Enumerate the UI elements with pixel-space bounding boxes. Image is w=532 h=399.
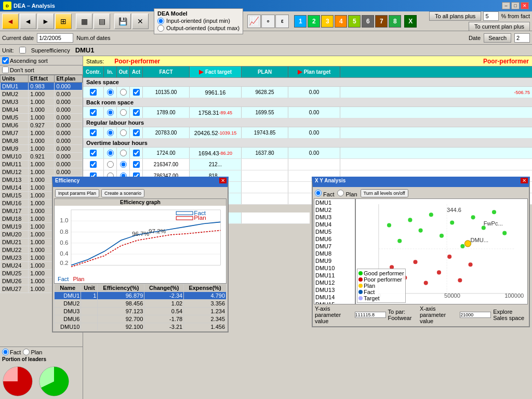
xy-dmu-row[interactable]: DMU5 — [314, 228, 355, 235]
back-act-check[interactable] — [130, 107, 143, 118]
reg-contr-check[interactable] — [83, 127, 104, 138]
xy-plan-radio[interactable] — [337, 190, 344, 196]
reg-out-radio[interactable] — [117, 127, 130, 138]
print-button[interactable]: ▦ — [76, 14, 92, 29]
dmu-table-row[interactable]: DMU60.9270.000 — [1, 122, 83, 129]
eff-row-3[interactable]: DMU692.700-1.782.345 — [55, 315, 227, 323]
num-btn-2[interactable]: 2 — [308, 15, 320, 28]
num-btn-6[interactable]: 6 — [362, 15, 374, 28]
plan-radio[interactable] — [23, 349, 30, 355]
xy-dmu-row[interactable]: DMU14 — [314, 294, 355, 301]
xy-dmu-row[interactable]: DMU2 — [314, 206, 355, 214]
current-date-input[interactable] — [37, 33, 73, 43]
xy-dmu-row[interactable]: DMU15 — [314, 301, 355, 304]
fact-radio-label[interactable]: Fact — [2, 349, 21, 355]
xy-plan-radio-label[interactable]: Plan — [337, 190, 357, 197]
window-controls[interactable]: – □ ✕ — [502, 2, 529, 9]
input-params-btn[interactable]: Input params Plan — [55, 189, 99, 197]
eff-row-4[interactable]: DMU1092.100-3.211.456 — [55, 323, 227, 331]
save-button[interactable]: 💾 — [114, 14, 131, 29]
ot-act-check[interactable] — [130, 148, 143, 158]
minimize-button[interactable]: – — [502, 2, 510, 9]
excel-icon[interactable]: X — [404, 15, 417, 28]
fact-radio[interactable] — [2, 349, 9, 355]
ot-contr-check[interactable] — [83, 148, 104, 158]
efficiency-window-close[interactable]: ✕ — [219, 178, 227, 183]
xy-dmu-row[interactable]: DMU6 — [314, 235, 355, 243]
num-btn-8[interactable]: 8 — [389, 15, 401, 28]
dmu-table-row[interactable]: DMU121.0000.000 — [1, 168, 83, 176]
maximize-button[interactable]: □ — [511, 2, 520, 9]
num-btn-7[interactable]: 7 — [375, 15, 388, 28]
input-oriented-radio[interactable] — [157, 18, 164, 24]
xy-fact-radio[interactable] — [315, 190, 322, 196]
search-button[interactable]: Search — [484, 33, 511, 43]
sales-act-check[interactable] — [130, 87, 143, 98]
xy-dmu-row[interactable]: DMU9 — [314, 257, 355, 264]
xy-dmu-row[interactable]: DMU8 — [314, 250, 355, 257]
sales-out-radio[interactable] — [117, 87, 130, 98]
xy-dmu-row[interactable]: DMU11 — [314, 272, 355, 279]
input-oriented-row[interactable]: Input-oriented (input min) — [157, 18, 240, 24]
plan-radio-label[interactable]: Plan — [23, 349, 42, 355]
xy-dmu-row[interactable]: DMU13 — [314, 286, 355, 294]
search-input[interactable] — [514, 33, 530, 43]
dmu-table-row[interactable]: DMU41.0000.000 — [1, 106, 83, 114]
dmu-table-row[interactable]: DMU31.0000.000 — [1, 98, 83, 106]
superefficiency-check[interactable] — [19, 47, 26, 54]
xy-dmu-row[interactable]: DMU12 — [314, 279, 355, 286]
dmu-table-row[interactable]: DMU10.9830.000 — [1, 83, 83, 90]
reg-act-check[interactable] — [130, 127, 143, 138]
turn-all-btn[interactable]: Turn all levels on/off — [361, 189, 408, 197]
to-all-plans-button[interactable]: To all plans plus — [429, 11, 481, 21]
sales-contr-check[interactable] — [83, 87, 104, 98]
dmu-table-row[interactable]: DMU21.0000.000 — [1, 90, 83, 98]
xy-dmu-row[interactable]: DMU4 — [314, 221, 355, 228]
output-oriented-row[interactable]: Output-oriented (output max) — [157, 25, 240, 32]
dmu-table-row[interactable]: DMU71.0000.000 — [1, 129, 83, 137]
xy-x-param-input[interactable] — [460, 312, 491, 318]
xy-dmu-row[interactable]: DMU7 — [314, 243, 355, 250]
eff-table-area[interactable]: Name Unit Efficiency(%) Change(%) Expens… — [54, 284, 227, 330]
cancel-button[interactable]: ✕ — [132, 14, 149, 29]
reg-in-radio[interactable] — [104, 127, 117, 138]
xy-window-close[interactable]: ✕ — [521, 178, 528, 183]
dont-sort-label[interactable]: Don't sort — [2, 66, 81, 73]
dmu-table-row[interactable]: DMU91.0000.000 — [1, 145, 83, 153]
sales-in-radio[interactable] — [104, 87, 117, 98]
dont-sort-check[interactable] — [2, 66, 9, 73]
ascending-sort-label[interactable]: Ascending sort — [2, 57, 48, 64]
output-oriented-radio[interactable] — [157, 25, 164, 32]
close-button[interactable]: ✕ — [521, 2, 529, 9]
xy-dmu-list[interactable]: DMU1 DMU2 DMU3 DMU4 DMU5 DMU6 DMU7 DMU8 … — [314, 198, 355, 304]
chart-icon-1[interactable]: 📈 — [247, 15, 261, 28]
dmu-table-row[interactable]: DMU81.0000.000 — [1, 137, 83, 145]
e-icon[interactable]: ε — [275, 15, 289, 28]
create-scenario-btn[interactable]: Create a scenario — [101, 189, 144, 197]
num-btn-3[interactable]: 3 — [321, 15, 334, 28]
xy-fact-radio-label[interactable]: Fact — [315, 190, 334, 197]
nav-home-button[interactable]: ◄ — [2, 14, 19, 29]
ascending-sort-check[interactable] — [2, 57, 9, 64]
nav-forward-button[interactable]: ► — [37, 14, 54, 29]
num-btn-5[interactable]: 5 — [348, 15, 361, 28]
eff-row-selected[interactable]: DMU1196.879-2.344.790 — [55, 292, 227, 300]
nav-back-button[interactable]: ◄ — [20, 14, 36, 29]
num-btn-1[interactable]: 1 — [294, 15, 307, 28]
xy-dmu-row[interactable]: DMU1 — [314, 199, 355, 206]
xy-dmu-row[interactable]: DMU10 — [314, 264, 355, 272]
xy-dmu-row[interactable]: DMU3 — [314, 214, 355, 221]
xy-y-param-input[interactable] — [355, 312, 386, 318]
back-contr-check[interactable] — [83, 107, 104, 118]
calculator-button[interactable]: ▤ — [94, 14, 110, 29]
to-current-plan-button[interactable]: To current plan plus — [469, 22, 530, 31]
num-btn-4[interactable]: 4 — [335, 15, 347, 28]
scatter-icon[interactable]: ⚬ — [261, 15, 275, 28]
ot-in-radio[interactable] — [104, 148, 117, 158]
back-in-radio[interactable] — [104, 107, 117, 118]
eff-row-2[interactable]: DMU397.1230.541.234 — [55, 308, 227, 315]
eff-row-1[interactable]: DMU298.4561.023.356 — [55, 300, 227, 308]
nav-bookmark-button[interactable]: ⊞ — [55, 14, 72, 29]
dmu-table-row[interactable]: DMU100.9210.000 — [1, 153, 83, 161]
dmu-table-row[interactable]: DMU51.0000.000 — [1, 114, 83, 122]
